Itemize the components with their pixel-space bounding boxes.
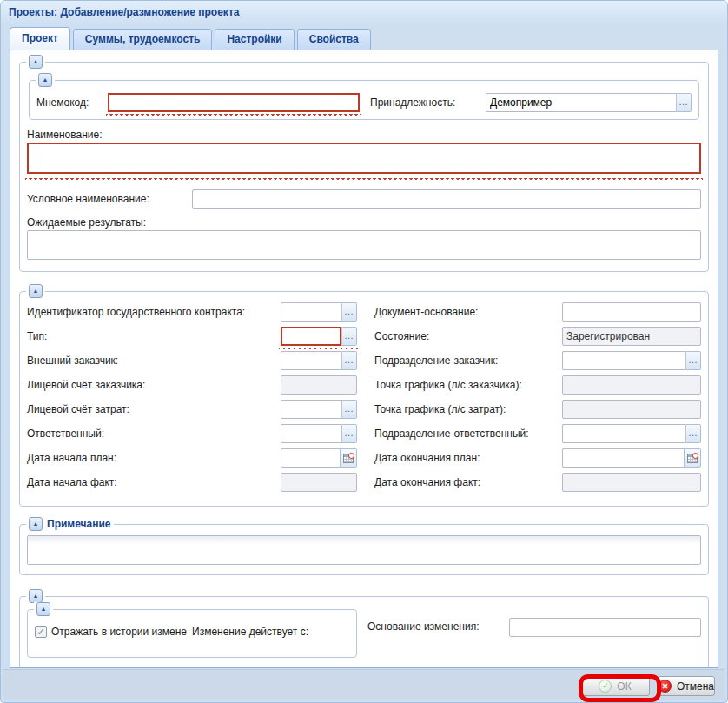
belong-label: Принадлежность: [370, 96, 486, 109]
ok-button[interactable]: ✓ ОК [580, 676, 650, 696]
ellipsis-trigger-icon[interactable]: … [341, 351, 357, 370]
state-field [562, 327, 701, 346]
field-row: Дата начала план: [27, 448, 361, 468]
collapse-up-icon[interactable]: ▲ [36, 602, 50, 616]
schedule-point-cost-field [562, 400, 701, 419]
customer-department-input[interactable] [562, 351, 685, 370]
tab-properties[interactable]: Свойства [297, 29, 371, 50]
dialog-title: Проекты: Добавление/размножение проекта [1, 1, 727, 25]
responsible-field: … [281, 424, 357, 443]
reason-row: Основание изменения: [367, 618, 701, 658]
alt-name-input[interactable] [192, 189, 701, 209]
expected-textarea[interactable] [27, 230, 701, 260]
tab-settings[interactable]: Настройки [215, 29, 294, 50]
schedule-point-cost-input [562, 400, 701, 419]
gov-contract-input[interactable] [281, 302, 341, 322]
type-input[interactable] [281, 327, 341, 346]
start-date-fact-field [281, 473, 357, 492]
tab-project[interactable]: Проект [10, 27, 70, 50]
note-fieldset: ▲ Примечание [19, 524, 709, 575]
end-date-plan-field [562, 448, 701, 468]
field-row: Тип: … [27, 327, 361, 346]
field-row: Точка графика (л/с заказчика): [374, 375, 701, 395]
collapse-up-icon[interactable]: ▲ [38, 73, 52, 87]
footer-bar: ✓ ОК ✕ Отмена [3, 669, 725, 700]
collapse-up-icon[interactable]: ▲ [29, 517, 43, 531]
history-inner-fieldset: ▲ ✓ Отражать в истории измене Изменение … [27, 609, 357, 658]
note-textarea[interactable] [27, 535, 701, 565]
calendar-icon[interactable] [340, 448, 357, 468]
reason-label: Основание изменения: [367, 618, 509, 633]
name-label: Наименование: [27, 129, 701, 141]
alt-name-row: Условное наименование: [27, 189, 701, 209]
mnemo-input[interactable] [108, 93, 360, 112]
name-textarea[interactable] [27, 143, 701, 174]
field-row: Ответственный: … [27, 424, 361, 443]
schedule-point-cost-label: Точка графика (л/с затрат): [374, 403, 562, 415]
responsible-department-input[interactable] [562, 424, 685, 443]
cancel-button[interactable]: ✕ Отмена [658, 676, 715, 696]
calendar-icon[interactable] [684, 448, 701, 468]
collapse-up-icon[interactable]: ▲ [29, 589, 43, 603]
field-row: Точка графика (л/с затрат): [374, 400, 701, 419]
name-field [27, 143, 701, 176]
end-date-plan-input[interactable] [562, 448, 684, 468]
customer-account-field [281, 375, 357, 395]
tab-content-panel: ▲ ▲ Мнемокод: Принадлежность: … Наименов… [10, 50, 718, 668]
customer-account-label: Лицевой счёт заказчика: [27, 379, 281, 391]
collapse-up-icon[interactable]: ▲ [29, 284, 43, 298]
field-row: Дата окончания факт: [374, 473, 701, 492]
doc-basis-field [562, 302, 701, 322]
ok-check-icon: ✓ [599, 680, 612, 693]
field-row: Дата окончания план: [374, 448, 701, 468]
ellipsis-trigger-icon[interactable]: … [341, 302, 357, 322]
reason-input[interactable] [509, 618, 701, 637]
mnemo-field [108, 93, 360, 112]
external-customer-input[interactable] [281, 351, 341, 370]
history-checkbox[interactable]: ✓ [35, 626, 47, 638]
main-info-fieldset: ▲ ▲ Мнемокод: Принадлежность: … Наименов… [19, 62, 709, 272]
expected-label: Ожидаемые результаты: [27, 216, 701, 229]
responsible-department-label: Подразделение-ответственный: [374, 428, 562, 440]
tab-sums-labor[interactable]: Суммы, трудоемкость [73, 29, 213, 50]
responsible-input[interactable] [281, 424, 341, 443]
ellipsis-trigger-icon[interactable]: … [685, 351, 701, 370]
details-left-column: Идентификатор государственного контракта… [27, 302, 361, 497]
doc-basis-input[interactable] [562, 302, 701, 322]
history-checkbox-row: ✓ Отражать в истории измене Изменение де… [35, 626, 349, 638]
collapse-up-icon[interactable]: ▲ [29, 55, 43, 69]
ellipsis-trigger-icon[interactable]: … [341, 400, 357, 419]
ellipsis-trigger-icon[interactable]: … [341, 424, 357, 443]
reason-field [509, 618, 701, 637]
alt-name-label: Условное наименование: [27, 193, 192, 205]
history-legend: ▲ [26, 589, 45, 603]
note-legend: ▲ Примечание [26, 517, 114, 531]
mnemo-legend: ▲ [36, 73, 55, 87]
details-fieldset: ▲ Идентификатор государственного контрак… [19, 291, 709, 507]
cost-account-label: Лицевой счёт затрат: [27, 403, 281, 415]
state-label: Состояние: [374, 330, 562, 342]
belong-input[interactable] [486, 93, 676, 112]
field-row: Идентификатор государственного контракта… [27, 302, 361, 322]
end-date-fact-label: Дата окончания факт: [374, 476, 562, 488]
external-customer-field: … [281, 351, 357, 370]
ellipsis-trigger-icon[interactable]: … [341, 327, 357, 346]
cancel-x-icon: ✕ [659, 680, 672, 693]
field-row: Подразделение-заказчик: … [374, 351, 701, 370]
belong-field: … [486, 93, 692, 112]
field-row: Лицевой счёт заказчика: [27, 375, 361, 395]
schedule-point-customer-field [562, 375, 701, 395]
tab-bar: Проект Суммы, трудоемкость Настройки Сво… [10, 27, 718, 50]
customer-department-label: Подразделение-заказчик: [374, 355, 562, 367]
start-date-fact-label: Дата начала факт: [27, 476, 281, 488]
cost-account-input[interactable] [281, 400, 341, 419]
ellipsis-trigger-icon[interactable]: … [685, 424, 701, 443]
ellipsis-trigger-icon[interactable]: … [676, 93, 692, 112]
mnemo-label: Мнемокод: [36, 96, 108, 109]
field-row: Документ-основание: [374, 302, 701, 322]
field-row: Дата начала факт: [27, 473, 361, 492]
cancel-button-label: Отмена [677, 680, 714, 693]
cost-account-field: … [281, 400, 357, 419]
gov-contract-field: … [281, 302, 357, 322]
start-date-plan-input[interactable] [281, 448, 340, 468]
